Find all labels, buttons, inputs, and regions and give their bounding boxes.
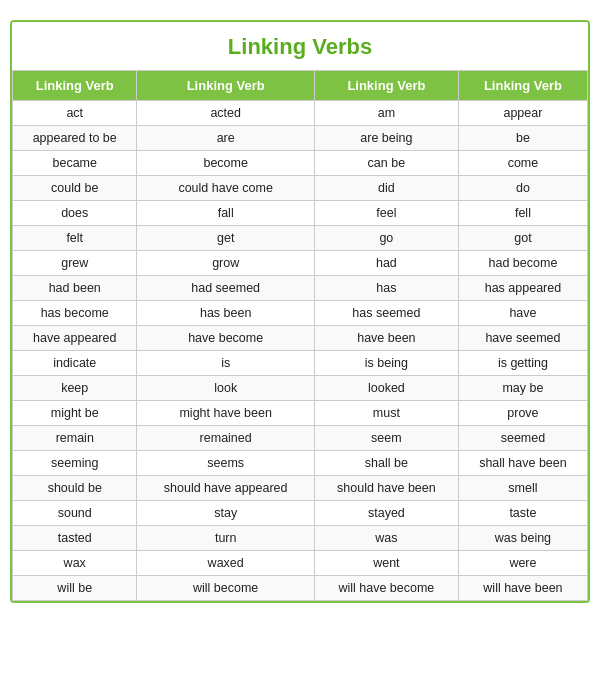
cell-15-3: smell — [458, 476, 587, 501]
cell-10-2: is being — [314, 351, 458, 376]
cell-3-1: could have come — [137, 176, 314, 201]
cell-1-2: are being — [314, 126, 458, 151]
table-row: have appearedhave becomehave beenhave se… — [13, 326, 588, 351]
header-col-1: Linking Verb — [137, 71, 314, 101]
cell-1-3: be — [458, 126, 587, 151]
cell-13-3: seemed — [458, 426, 587, 451]
linking-verbs-table: Linking VerbLinking VerbLinking VerbLink… — [12, 70, 588, 601]
cell-18-1: waxed — [137, 551, 314, 576]
header-col-3: Linking Verb — [458, 71, 587, 101]
cell-9-1: have become — [137, 326, 314, 351]
cell-2-2: can be — [314, 151, 458, 176]
cell-13-0: remain — [13, 426, 137, 451]
cell-8-2: has seemed — [314, 301, 458, 326]
cell-4-3: fell — [458, 201, 587, 226]
cell-11-2: looked — [314, 376, 458, 401]
table-row: should beshould have appearedshould have… — [13, 476, 588, 501]
cell-5-1: get — [137, 226, 314, 251]
table-body: actactedamappearappeared to beareare bei… — [13, 101, 588, 601]
cell-4-0: does — [13, 201, 137, 226]
table-row: becamebecomecan become — [13, 151, 588, 176]
cell-16-1: stay — [137, 501, 314, 526]
cell-15-1: should have appeared — [137, 476, 314, 501]
cell-12-2: must — [314, 401, 458, 426]
table-row: might bemight have beenmustprove — [13, 401, 588, 426]
table-row: indicateisis beingis getting — [13, 351, 588, 376]
cell-16-0: sound — [13, 501, 137, 526]
cell-19-2: will have become — [314, 576, 458, 601]
cell-3-0: could be — [13, 176, 137, 201]
table-row: actactedamappear — [13, 101, 588, 126]
cell-1-0: appeared to be — [13, 126, 137, 151]
cell-0-3: appear — [458, 101, 587, 126]
cell-17-3: was being — [458, 526, 587, 551]
cell-12-1: might have been — [137, 401, 314, 426]
cell-10-3: is getting — [458, 351, 587, 376]
cell-5-2: go — [314, 226, 458, 251]
cell-7-2: has — [314, 276, 458, 301]
cell-16-3: taste — [458, 501, 587, 526]
cell-17-0: tasted — [13, 526, 137, 551]
table-row: appeared to beareare beingbe — [13, 126, 588, 151]
cell-11-3: may be — [458, 376, 587, 401]
cell-6-0: grew — [13, 251, 137, 276]
cell-19-1: will become — [137, 576, 314, 601]
cell-8-1: has been — [137, 301, 314, 326]
cell-8-0: has become — [13, 301, 137, 326]
cell-9-2: have been — [314, 326, 458, 351]
main-container: Linking Verbs Linking VerbLinking VerbLi… — [10, 20, 590, 603]
cell-3-2: did — [314, 176, 458, 201]
cell-6-1: grow — [137, 251, 314, 276]
cell-17-2: was — [314, 526, 458, 551]
table-header-row: Linking VerbLinking VerbLinking VerbLink… — [13, 71, 588, 101]
table-row: soundstaystayedtaste — [13, 501, 588, 526]
cell-14-3: shall have been — [458, 451, 587, 476]
cell-0-2: am — [314, 101, 458, 126]
table-row: keeplooklookedmay be — [13, 376, 588, 401]
cell-8-3: have — [458, 301, 587, 326]
cell-5-0: felt — [13, 226, 137, 251]
cell-11-1: look — [137, 376, 314, 401]
table-row: doesfallfeelfell — [13, 201, 588, 226]
cell-7-1: had seemed — [137, 276, 314, 301]
cell-11-0: keep — [13, 376, 137, 401]
cell-14-0: seeming — [13, 451, 137, 476]
cell-2-1: become — [137, 151, 314, 176]
cell-10-0: indicate — [13, 351, 137, 376]
cell-9-0: have appeared — [13, 326, 137, 351]
cell-19-0: will be — [13, 576, 137, 601]
cell-5-3: got — [458, 226, 587, 251]
cell-18-2: went — [314, 551, 458, 576]
cell-12-0: might be — [13, 401, 137, 426]
cell-13-1: remained — [137, 426, 314, 451]
cell-4-2: feel — [314, 201, 458, 226]
cell-0-0: act — [13, 101, 137, 126]
cell-16-2: stayed — [314, 501, 458, 526]
table-row: waxwaxedwentwere — [13, 551, 588, 576]
table-row: grewgrowhadhad become — [13, 251, 588, 276]
cell-1-1: are — [137, 126, 314, 151]
table-row: has becomehas beenhas seemedhave — [13, 301, 588, 326]
cell-19-3: will have been — [458, 576, 587, 601]
table-row: had beenhad seemedhashas appeared — [13, 276, 588, 301]
header-col-2: Linking Verb — [314, 71, 458, 101]
cell-7-3: has appeared — [458, 276, 587, 301]
cell-15-0: should be — [13, 476, 137, 501]
cell-2-0: became — [13, 151, 137, 176]
table-row: could becould have comediddo — [13, 176, 588, 201]
cell-12-3: prove — [458, 401, 587, 426]
cell-14-1: seems — [137, 451, 314, 476]
table-row: remainremainedseemseemed — [13, 426, 588, 451]
cell-18-0: wax — [13, 551, 137, 576]
cell-10-1: is — [137, 351, 314, 376]
cell-0-1: acted — [137, 101, 314, 126]
cell-6-3: had become — [458, 251, 587, 276]
cell-18-3: were — [458, 551, 587, 576]
table-row: will bewill becomewill have becomewill h… — [13, 576, 588, 601]
table-row: seemingseemsshall beshall have been — [13, 451, 588, 476]
cell-9-3: have seemed — [458, 326, 587, 351]
cell-7-0: had been — [13, 276, 137, 301]
cell-4-1: fall — [137, 201, 314, 226]
cell-13-2: seem — [314, 426, 458, 451]
cell-2-3: come — [458, 151, 587, 176]
